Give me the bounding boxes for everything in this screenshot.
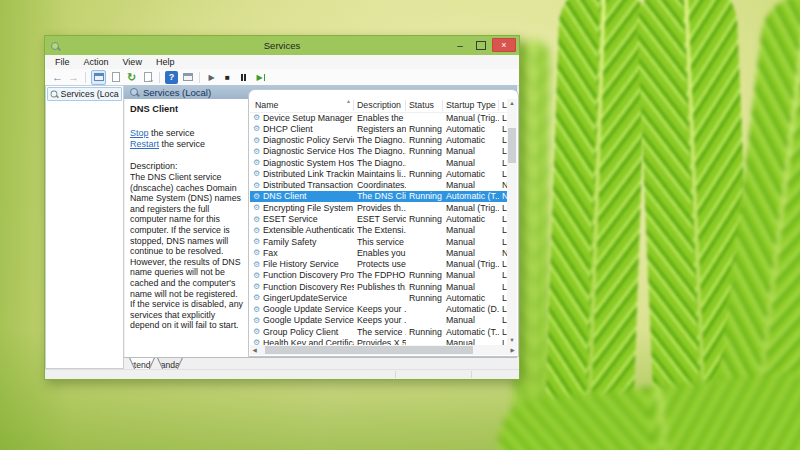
restart-suffix: the service (159, 139, 205, 149)
table-row[interactable]: ⚙GingerUpdateServiceRunningAutomaticLoc (250, 292, 509, 303)
service-icon: ⚙ (250, 169, 263, 178)
column-header-status[interactable]: Status (406, 100, 443, 111)
table-row[interactable]: ⚙Function Discovery Resourc...Publishes … (250, 281, 509, 292)
scroll-right-icon[interactable]: ▶ (508, 345, 517, 355)
vertical-scrollbar[interactable]: ▲ ▼ (507, 99, 517, 345)
scroll-down-icon[interactable]: ▼ (507, 336, 517, 345)
cell-name: Diagnostic Policy Service (263, 135, 354, 145)
table-row[interactable]: ⚙Google Update Service (gup...Keeps your… (250, 315, 509, 326)
service-icon: ⚙ (250, 113, 263, 122)
stop-service-link[interactable]: Stop (130, 128, 149, 138)
menu-action[interactable]: Action (84, 57, 109, 67)
table-row[interactable]: ⚙Diagnostic Service HostThe Diagno...Run… (250, 146, 509, 157)
table-row[interactable]: ⚙Distributed Transaction Co...Coordinate… (250, 180, 509, 191)
result-header-title: Services (Local) (143, 87, 211, 98)
service-icon: ⚙ (250, 293, 263, 302)
selected-service-name: DNS Client (130, 104, 245, 114)
cell-description: The FDPHO... (354, 270, 406, 280)
service-icon: ⚙ (250, 147, 263, 156)
table-row[interactable]: ⚙Google Update Service (gup...Keeps your… (250, 304, 509, 315)
tree-item-services-local[interactable]: Services (Local) (47, 87, 122, 101)
cell-name: File History Service (263, 259, 354, 269)
vertical-scroll-thumb[interactable] (508, 128, 516, 163)
properties-glyph (112, 72, 120, 82)
table-row[interactable]: ⚙Function Discovery Provide...The FDPHO.… (250, 270, 509, 281)
table-row[interactable]: ⚙ESET ServiceESET ServiceRunningAutomati… (250, 213, 509, 224)
status-bar (45, 369, 519, 379)
show-window-icon[interactable] (181, 71, 194, 84)
table-row[interactable]: ⚙Distributed Link Tracking Cl...Maintain… (250, 168, 509, 179)
stop-suffix: the service (149, 128, 195, 138)
show-console-tree-icon[interactable] (91, 70, 106, 85)
table-row[interactable]: ⚙Extensible Authentication P...The Exten… (250, 225, 509, 236)
cell-description: Provides th... (354, 203, 406, 213)
table-row[interactable]: ⚙Group Policy ClientThe service ...Runni… (250, 326, 509, 337)
cell-name: GingerUpdateService (263, 293, 354, 303)
stop-service-icon[interactable]: ■ (221, 71, 234, 84)
scroll-up-icon[interactable]: ▲ (507, 99, 517, 108)
scroll-left-icon[interactable]: ◀ (250, 345, 259, 355)
menu-view[interactable]: View (123, 57, 142, 67)
column-header-description[interactable]: Description (354, 100, 406, 111)
cell-startup-type: Manual (443, 146, 499, 156)
service-icon: ⚙ (250, 136, 263, 145)
service-icon: ⚙ (250, 181, 263, 190)
column-header-startup-type[interactable]: Startup Type (443, 100, 499, 111)
back-icon[interactable]: ← (51, 71, 64, 84)
cell-name: DNS Client (263, 191, 354, 201)
cell-description: The service ... (354, 327, 406, 337)
cell-startup-type: Manual (443, 248, 499, 258)
help-icon[interactable]: ? (165, 71, 178, 84)
toolbar-separator (85, 72, 86, 83)
service-icon: ⚙ (250, 316, 263, 325)
table-row[interactable]: ⚙File History ServiceProtects use...Manu… (250, 258, 509, 269)
cell-description: Maintains li... (354, 169, 406, 179)
cell-startup-type: Manual (Trig... (443, 203, 499, 213)
cell-description: Coordinates... (354, 180, 406, 190)
cell-startup-type: Manual (443, 180, 499, 190)
cell-status: Running (406, 214, 443, 224)
table-row[interactable]: ⚙Family SafetyThis service ...ManualLoc (250, 236, 509, 247)
sort-indicator-icon: ▴ (347, 97, 350, 104)
horizontal-scroll-thumb[interactable] (265, 346, 473, 354)
cell-startup-type: Manual (443, 315, 499, 325)
properties-icon[interactable] (109, 71, 122, 84)
maximize-button[interactable] (471, 38, 491, 52)
table-row[interactable]: ⚙FaxEnables you...ManualNet (250, 247, 509, 258)
minimize-button[interactable]: – (450, 38, 470, 52)
toolbar: ← → ↻ ? ▶ ■ ▶ (45, 69, 519, 86)
cell-name: Google Update Service (gup... (263, 315, 354, 325)
start-service-icon[interactable]: ▶ (205, 71, 218, 84)
table-row[interactable]: ⚙Diagnostic Policy ServiceThe Diagno...R… (250, 135, 509, 146)
window-title: Services (45, 40, 519, 51)
horizontal-scrollbar[interactable]: ◀ ▶ (250, 345, 517, 355)
window-glyph (183, 73, 193, 81)
close-button[interactable]: × (492, 38, 516, 52)
restart-service-link[interactable]: Restart (130, 139, 159, 149)
cell-name: Function Discovery Resourc... (263, 282, 354, 292)
table-row[interactable]: ⚙Encrypting File System (EFS)Provides th… (250, 202, 509, 213)
forward-icon[interactable]: → (67, 71, 80, 84)
console-tree-glyph (94, 73, 104, 81)
pause-service-icon[interactable] (237, 71, 250, 84)
table-row[interactable]: ⚙Diagnostic System HostThe Diagno...Manu… (250, 157, 509, 168)
menu-file[interactable]: File (55, 57, 70, 67)
export-list-icon[interactable] (141, 71, 154, 84)
service-description: The DNS Client service (dnscache) caches… (130, 172, 244, 331)
table-row[interactable]: ⚙Device Setup ManagerEnables the ...Manu… (250, 112, 509, 123)
table-row[interactable]: ⚙DHCP ClientRegisters an...RunningAutoma… (250, 123, 509, 134)
cell-startup-type: Manual (443, 282, 499, 292)
toolbar-separator (159, 72, 160, 83)
cell-startup-type: Automatic (443, 124, 499, 134)
cell-startup-type: Automatic (T... (443, 191, 499, 201)
service-icon: ⚙ (250, 215, 263, 224)
table-row[interactable]: ⚙DNS ClientThe DNS Cli...RunningAutomati… (250, 191, 509, 202)
cell-description: The DNS Cli... (354, 191, 406, 201)
column-header-name[interactable]: Name (250, 100, 354, 111)
refresh-icon[interactable]: ↻ (125, 71, 138, 84)
menu-help[interactable]: Help (156, 57, 175, 67)
title-bar[interactable]: Services – × (45, 36, 519, 55)
tree-item-label: Services (Local) (61, 89, 119, 99)
restart-service-icon[interactable]: ▶ (253, 71, 266, 84)
service-icon: ⚙ (250, 327, 263, 336)
